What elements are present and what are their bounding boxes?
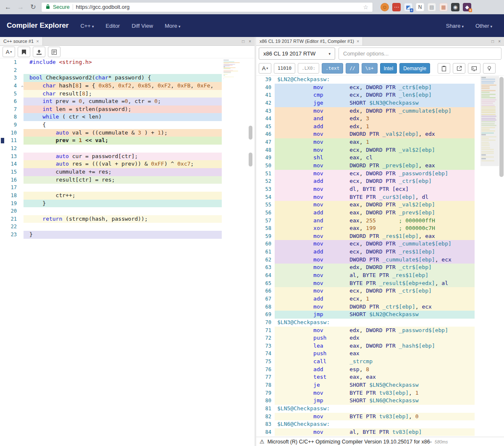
asm-line[interactable]: 79 mov BYTE PTR tv83[ebp], 1 <box>256 389 504 397</box>
source-line[interactable]: 16 result[ctr] = res; <box>0 176 255 184</box>
nav-item-more[interactable]: More▾ <box>165 23 180 29</box>
source-line[interactable]: 20 <box>0 207 255 215</box>
asm-line[interactable]: 68 mov DWORD PTR _ctr$[ebp], ecx <box>256 303 504 311</box>
asm-line[interactable]: 65 mov BYTE PTR _result$[ebp+edx], al <box>256 280 504 288</box>
source-line[interactable]: 11 prev = 1 << val; <box>0 137 255 145</box>
asm-line[interactable]: 66 mov ecx, DWORD PTR _ctr$[ebp] <box>256 287 504 295</box>
asm-line[interactable]: 81$LN5@Checkpassw: <box>256 405 504 413</box>
source-line[interactable]: 9 { <box>0 121 255 129</box>
comments-filter-button[interactable]: // <box>346 63 359 74</box>
extension-icon-pink[interactable]: ▦ <box>439 3 448 11</box>
asm-line[interactable]: 44 and edx, 3 <box>256 115 504 123</box>
source-line[interactable]: 15 cummulate += res; <box>0 168 255 176</box>
asm-line[interactable]: 49 shl eax, cl <box>256 154 504 162</box>
compiler-options-input[interactable] <box>339 48 501 60</box>
asm-line[interactable]: 57 and eax, 255 ; 000000ffH <box>256 217 504 225</box>
source-line[interactable]: 21 return (strcmp(hash, password)); <box>0 215 255 223</box>
extension-icon-purple-badge[interactable]: ◆4 <box>463 3 471 11</box>
extension-icon-n[interactable]: N <box>416 3 424 11</box>
source-line[interactable]: 12 <box>0 145 255 153</box>
asm-line[interactable]: 73 lea eax, DWORD PTR _hash$[ebp] <box>256 342 504 350</box>
source-line[interactable]: 18 ctr++; <box>0 192 255 200</box>
address-bar[interactable]: Secure https://gcc.godbolt.org ☆ <box>41 2 373 12</box>
output-button[interactable] <box>468 63 480 74</box>
asm-line[interactable]: 50 mov DWORD PTR _prev$[ebp], eax <box>256 162 504 170</box>
asm-editor[interactable]: 39$LN2@Checkpassw:40 mov ecx, DWORD PTR … <box>256 76 504 437</box>
source-line[interactable]: 1#include <string.h> <box>0 58 255 66</box>
source-line[interactable]: 22 <box>0 223 255 231</box>
source-line[interactable]: 17 <box>0 184 255 192</box>
bookmark-star-icon[interactable]: ☆ <box>363 4 368 11</box>
asm-line[interactable]: 52 add ecx, DWORD PTR _ctr$[ebp] <box>256 177 504 185</box>
nav-item-other[interactable]: Other▾ <box>475 23 492 29</box>
source-line[interactable]: 5 char result[8]; <box>0 90 255 98</box>
asm-line[interactable]: 58 xor eax, 199 ; 000000c7H <box>256 224 504 232</box>
source-line[interactable]: 2 <box>0 66 255 74</box>
asm-line[interactable]: 53 mov dl, BYTE PTR [ecx] <box>256 185 504 193</box>
source-line[interactable]: 23} <box>0 231 255 239</box>
asm-line[interactable]: 63 mov edx, DWORD PTR _ctr$[ebp] <box>256 264 504 272</box>
source-line[interactable]: 19 } <box>0 200 255 208</box>
close-icon[interactable]: × <box>36 39 39 44</box>
app-title[interactable]: Compiler Explorer <box>7 21 68 30</box>
asm-line[interactable]: 75 call _strcmp <box>256 358 504 366</box>
asm-line[interactable]: 70$LN3@Checkpassw: <box>256 319 504 327</box>
directives-filter-button[interactable]: .text <box>322 63 343 74</box>
asm-line[interactable]: 67 add ecx, 1 <box>256 295 504 303</box>
asm-line[interactable]: 62 mov DWORD PTR _cummulate$[ebp], ecx <box>256 256 504 264</box>
asm-line[interactable]: 40 mov ecx, DWORD PTR _ctr$[ebp] <box>256 84 504 92</box>
url-text[interactable]: https://gcc.godbolt.org <box>76 4 360 10</box>
close-icon[interactable]: × <box>357 39 359 44</box>
asm-line[interactable]: 64 mov al, BYTE PTR _res$1[ebp] <box>256 272 504 280</box>
close-icon[interactable]: × <box>249 39 251 44</box>
asm-line[interactable]: 82 mov BYTE PTR tv83[ebp], 0 <box>256 413 504 421</box>
extension-icon-blue-badge[interactable]: ◩4 <box>404 3 412 11</box>
tab-source[interactable]: C++ source #1 × <box>0 37 43 45</box>
extension-icon-smiley[interactable]: ☺ <box>381 3 389 11</box>
asm-line[interactable]: 51 mov ecx, DWORD PTR _password$[ebp] <box>256 170 504 178</box>
nav-item-c-[interactable]: C++▾ <box>80 23 94 29</box>
extension-icon-dark[interactable]: ◉ <box>451 3 459 11</box>
asm-line[interactable]: 76 add esp, 8 <box>256 366 504 374</box>
asm-line[interactable]: 80 jmp SHORT $LN6@Checkpassw <box>256 397 504 405</box>
asm-line[interactable]: 61 add ecx, DWORD PTR _res$1[ebp] <box>256 248 504 256</box>
asm-line[interactable]: 55 mov eax, DWORD PTR _val$2[ebp] <box>256 201 504 209</box>
asm-line[interactable]: 41 cmp ecx, DWORD PTR _len$[ebp] <box>256 91 504 99</box>
asm-line[interactable]: 78 je SHORT $LN5@Checkpassw <box>256 381 504 389</box>
asm-line[interactable]: 83$LN6@Checkpassw: <box>256 420 504 428</box>
extension-icon-doc[interactable]: ▤ <box>428 3 436 11</box>
binary-filter-button[interactable]: 11010 <box>274 63 295 74</box>
source-line[interactable]: 3bool Checkpassword2(char* password) { <box>0 74 255 82</box>
nav-item-editor[interactable]: Editor <box>105 23 120 29</box>
close-icon[interactable]: × <box>498 39 501 44</box>
asm-line[interactable]: 59 mov DWORD PTR _res$1[ebp], eax <box>256 232 504 240</box>
asm-line[interactable]: 48 mov ecx, DWORD PTR _val$2[ebp] <box>256 146 504 154</box>
whitespace-filter-button[interactable]: \s+ <box>362 63 378 74</box>
font-size-button[interactable]: A ▾ <box>259 63 271 74</box>
asm-line[interactable]: 42 jge SHORT $LN3@Checkpassw <box>256 99 504 107</box>
source-line[interactable]: 10 auto val = ((cummulate & 3 ) + 1); <box>0 129 255 137</box>
load-button[interactable] <box>33 47 45 57</box>
nav-item-share[interactable]: Share▾ <box>446 23 464 29</box>
reload-icon[interactable]: ↻ <box>29 3 38 11</box>
asm-line[interactable]: 77 test eax, eax <box>256 373 504 381</box>
asm-line[interactable]: 54 mov BYTE PTR _cur$3[ebp], dl <box>256 193 504 201</box>
source-line[interactable]: 13 auto cur = password[ctr]; <box>0 153 255 161</box>
save-button[interactable] <box>18 47 30 57</box>
tab-compiler[interactable]: x86 CL 19 2017 RTW (Editor #1, Compiler … <box>256 37 363 45</box>
ideas-button[interactable] <box>483 63 496 74</box>
maximize-icon[interactable]: □ <box>491 39 494 44</box>
nav-item-diff-view[interactable]: Diff View <box>131 23 153 29</box>
source-line[interactable]: 14 auto res = (((val + prev)) & 0xFF) ^ … <box>0 160 255 168</box>
asm-line[interactable]: 71 mov edx, DWORD PTR _password$[ebp] <box>256 327 504 335</box>
asm-line[interactable]: 43 mov edx, DWORD PTR _cummulate$[ebp] <box>256 107 504 115</box>
source-editor[interactable]: 1#include <string.h>23bool Checkpassword… <box>0 58 255 446</box>
source-line[interactable]: 8 while ( ctr < len) <box>0 113 255 121</box>
asm-line[interactable]: 46 mov DWORD PTR _val$2[ebp], edx <box>256 130 504 138</box>
back-icon[interactable]: ← <box>3 3 13 11</box>
asm-line[interactable]: 60 mov ecx, DWORD PTR _cummulate$[ebp] <box>256 240 504 248</box>
font-size-button[interactable]: A ▾ <box>3 47 15 57</box>
asm-line[interactable]: 74 push eax <box>256 350 504 358</box>
forward-icon[interactable]: → <box>16 3 25 11</box>
open-external-button[interactable] <box>453 63 465 74</box>
